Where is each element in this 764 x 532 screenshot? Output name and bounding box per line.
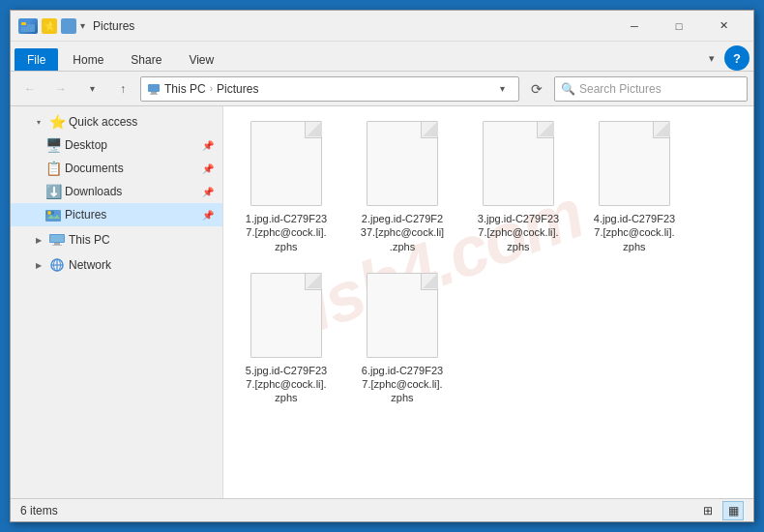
network-label: Network (69, 258, 215, 272)
downloads-label: Downloads (65, 185, 197, 198)
documents-icon: 📋 (45, 161, 61, 176)
back-button[interactable]: ← (16, 76, 44, 102)
item-count: 6 items (20, 504, 58, 517)
address-expand-icon[interactable]: ▾ (491, 78, 513, 100)
desktop-icon: 🖥️ (45, 137, 61, 153)
file-name-label: 6.jpg.id-C279F23 7.[zphc@cock.li]. zphs (362, 364, 443, 405)
ribbon: File Home Share View ▾ ? (11, 42, 753, 72)
pictures-label: Pictures (65, 208, 197, 222)
computer-icon (147, 83, 161, 95)
pin-documents-icon: 📌 (201, 162, 215, 175)
svg-rect-2 (21, 22, 26, 25)
search-placeholder: Search Pictures (579, 82, 661, 96)
window-title: Pictures (93, 19, 134, 33)
expand-icon-this-pc: ▶ (32, 233, 45, 247)
file-icon (364, 121, 441, 208)
file-area: rish4.com 1.jpg.id-C279F23 7.[zphc@cock.… (223, 106, 753, 498)
window-controls: ─ □ ✕ (612, 11, 746, 42)
minimize-button[interactable]: ─ (612, 11, 657, 42)
ribbon-tabs: File Home Share View ▾ ? (11, 42, 753, 71)
file-item[interactable]: 3.jpg.id-C279F23 7.[zphc@cock.li]. zphs (465, 116, 572, 258)
svg-rect-11 (50, 235, 64, 242)
file-corner-fold (307, 273, 322, 288)
file-item[interactable]: 6.jpg.id-C279F23 7.[zphc@cock.li]. zphs (349, 268, 455, 410)
pin-icon (61, 18, 76, 34)
main-content: ▾ ⭐ Quick access 🖥️ Desktop 📌 📋 Document… (11, 106, 753, 498)
status-bar-right: ⊞ ▦ (697, 501, 744, 520)
file-corner-fold (655, 121, 670, 136)
tab-file[interactable]: File (15, 48, 58, 71)
quick-access-label: Quick access (69, 115, 215, 129)
sidebar-item-documents[interactable]: 📋 Documents 📌 (11, 157, 222, 180)
file-item[interactable]: 1.jpg.id-C279F23 7.[zphc@cock.li]. zphs (233, 116, 339, 258)
this-pc-label: This PC (69, 233, 215, 247)
sidebar-item-desktop[interactable]: 🖥️ Desktop 📌 (11, 133, 222, 157)
status-bar: 6 items ⊞ ▦ (11, 498, 753, 521)
forward-button[interactable]: → (47, 76, 74, 102)
downloads-icon: ⬇️ (45, 184, 61, 199)
sidebar-section-network: ▶ Network (11, 253, 222, 277)
help-button[interactable]: ? (724, 45, 749, 71)
documents-label: Documents (65, 162, 197, 175)
title-bar-left: ⭐ ▾ Pictures (18, 18, 612, 34)
file-icon (596, 121, 673, 208)
address-separator: › (210, 83, 213, 94)
address-bar-row: ← → ▾ ↑ This PC › Pictures ▾ ⟳ 🔍 Search … (11, 72, 753, 106)
svg-rect-13 (52, 245, 62, 246)
address-path-pictures: Pictures (217, 82, 258, 96)
title-bar-dropdown[interactable]: ▾ (80, 20, 85, 31)
pin-downloads-icon: 📌 (201, 185, 215, 198)
file-icon (248, 273, 325, 360)
svg-rect-3 (148, 84, 160, 92)
large-icons-view-button[interactable]: ▦ (722, 501, 744, 520)
tab-share[interactable]: Share (118, 48, 174, 71)
sidebar-item-quick-access[interactable]: ▾ ⭐ Quick access (11, 110, 222, 133)
computer-icon (49, 232, 65, 248)
sidebar-item-this-pc[interactable]: ▶ This PC (11, 228, 222, 251)
file-name-label: 3.jpg.id-C279F23 7.[zphc@cock.li]. zphs (478, 212, 559, 253)
sidebar-item-pictures[interactable]: Pictures 📌 (11, 203, 222, 226)
tab-view[interactable]: View (176, 48, 226, 71)
file-name-label: 1.jpg.id-C279F23 7.[zphc@cock.li]. zphs (246, 212, 327, 253)
file-item[interactable]: 2.jpeg.id-C279F2 37.[zphc@cock.li] .zphs (349, 116, 455, 258)
network-icon (49, 257, 65, 273)
sidebar-item-downloads[interactable]: ⬇️ Downloads 📌 (11, 180, 222, 203)
file-corner-fold (539, 121, 554, 136)
dropdown-recent-button[interactable]: ▾ (78, 76, 105, 102)
sidebar-section-quick-access: ▾ ⭐ Quick access 🖥️ Desktop 📌 📋 Document… (11, 110, 222, 226)
file-corner-fold (423, 273, 438, 288)
pin-desktop-icon: 📌 (201, 138, 215, 152)
title-bar: ⭐ ▾ Pictures ─ □ ✕ (11, 11, 753, 42)
up-button[interactable]: ↑ (109, 76, 136, 102)
search-bar[interactable]: 🔍 Search Pictures (554, 76, 748, 102)
explorer-window: ⭐ ▾ Pictures ─ □ ✕ File Home Share View … (10, 10, 754, 522)
app-icon (18, 18, 38, 34)
sidebar-section-this-pc: ▶ This PC (11, 228, 222, 251)
sidebar-item-network[interactable]: ▶ Network (11, 253, 222, 277)
search-icon: 🔍 (561, 82, 575, 96)
pictures-icon (45, 207, 61, 222)
tab-home[interactable]: Home (60, 48, 116, 71)
file-item[interactable]: 4.jpg.id-C279F23 7.[zphc@cock.li]. zphs (581, 116, 688, 258)
maximize-button[interactable]: □ (657, 11, 701, 42)
details-view-button[interactable]: ⊞ (697, 501, 719, 520)
expand-icon-quick-access: ▾ (32, 115, 45, 129)
svg-point-8 (47, 211, 51, 215)
file-icon (248, 121, 325, 208)
file-corner-fold (423, 121, 438, 136)
svg-rect-12 (54, 243, 60, 245)
address-bar[interactable]: This PC › Pictures ▾ (140, 76, 519, 102)
close-button[interactable]: ✕ (701, 11, 746, 42)
file-item[interactable]: 5.jpg.id-C279F23 7.[zphc@cock.li]. zphs (233, 268, 339, 410)
star-icon: ⭐ (49, 114, 65, 130)
file-name-label: 2.jpeg.id-C279F2 37.[zphc@cock.li] .zphs (361, 212, 444, 253)
pin-pictures-icon: 📌 (201, 208, 215, 222)
file-name-label: 4.jpg.id-C279F23 7.[zphc@cock.li]. zphs (594, 212, 675, 253)
ribbon-chevron-icon[interactable]: ▾ (703, 50, 720, 67)
address-path-thispc: This PC (164, 82, 206, 96)
file-icon (364, 273, 441, 360)
refresh-button[interactable]: ⟳ (523, 76, 550, 102)
svg-rect-5 (150, 94, 158, 95)
expand-icon-network: ▶ (32, 258, 45, 272)
sidebar: ▾ ⭐ Quick access 🖥️ Desktop 📌 📋 Document… (11, 106, 223, 498)
